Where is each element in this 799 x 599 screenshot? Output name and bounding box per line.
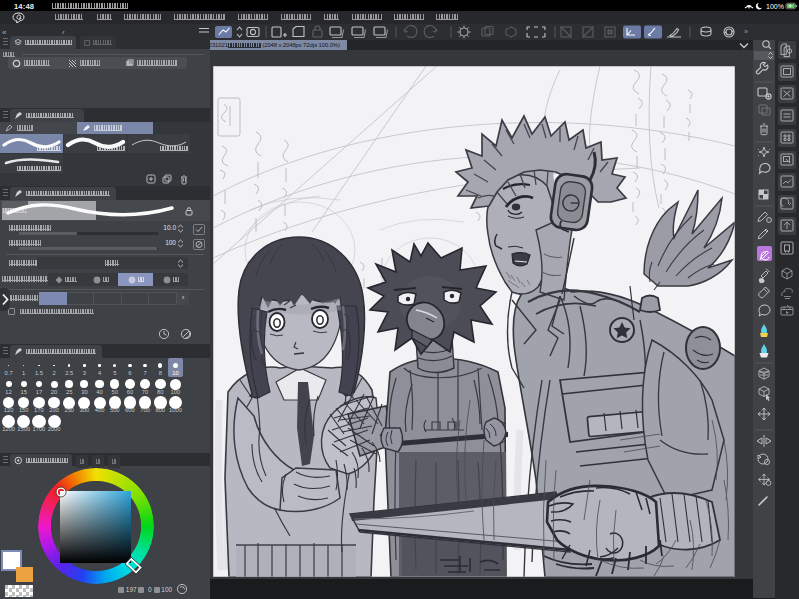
svg-text:100%: 100%: [766, 3, 784, 10]
